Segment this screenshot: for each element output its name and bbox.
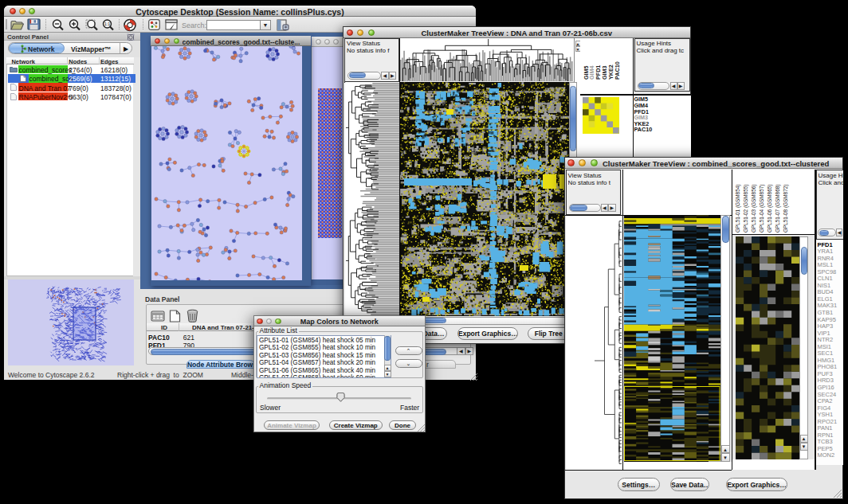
svg-text:GPL51-07 (GSM868): GPL51-07 (GSM868) bbox=[775, 185, 781, 232]
svg-text:GPL51-08 (GSM872): GPL51-08 (GSM872) bbox=[783, 185, 789, 232]
svg-text:1:1: 1:1 bbox=[104, 21, 111, 26]
svg-text:GPL51-02 (GSM855): GPL51-02 (GSM855) bbox=[743, 185, 749, 232]
svg-text:GPL51-06 (GSM865): GPL51-06 (GSM865) bbox=[767, 185, 773, 232]
svg-text:GPL51-03 (GSM856): GPL51-03 (GSM856) bbox=[751, 185, 757, 232]
svg-text:GPL51-01 (GSM854): GPL51-01 (GSM854) bbox=[735, 185, 741, 232]
svg-text:PAC10: PAC10 bbox=[614, 61, 621, 80]
svg-text:GPL51-04 (GSM857): GPL51-04 (GSM857) bbox=[759, 185, 765, 232]
